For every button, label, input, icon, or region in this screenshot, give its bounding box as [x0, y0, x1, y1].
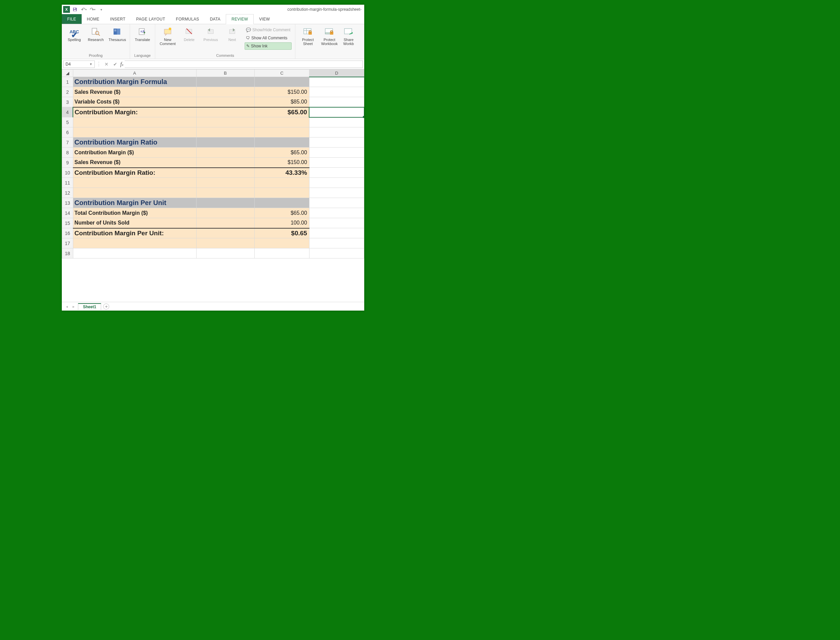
col-header-A[interactable]: A: [73, 70, 196, 77]
show-ink-button[interactable]: ✎ Show Ink: [244, 42, 292, 50]
show-all-comments-button[interactable]: 🗨 Show All Comments: [244, 34, 292, 42]
col-header-B[interactable]: B: [196, 70, 254, 77]
cell-D17[interactable]: [309, 238, 364, 248]
cell-B12[interactable]: [196, 188, 254, 198]
cell-C5[interactable]: [254, 117, 309, 127]
cell-D8[interactable]: [309, 147, 364, 158]
cell-B6[interactable]: [196, 127, 254, 138]
translate-button[interactable]: aあ Translate: [132, 26, 153, 42]
cell-A14[interactable]: Total Contribution Margin ($): [73, 208, 196, 218]
cell-B5[interactable]: [196, 117, 254, 127]
row-header[interactable]: 6: [62, 127, 73, 138]
cell-C12[interactable]: [254, 188, 309, 198]
cell-B1[interactable]: [196, 77, 254, 87]
cell-D16[interactable]: [309, 228, 364, 238]
cell-C9[interactable]: $150.00: [254, 158, 309, 168]
cell-C3[interactable]: $85.00: [254, 97, 309, 107]
delete-comment-button[interactable]: Delete: [179, 26, 200, 42]
cell-D10[interactable]: [309, 168, 364, 178]
cell-A12[interactable]: [73, 188, 196, 198]
add-sheet-button[interactable]: ＋: [103, 304, 109, 310]
cell-D12[interactable]: [309, 188, 364, 198]
research-button[interactable]: Research: [85, 26, 106, 42]
row-header[interactable]: 18: [62, 248, 73, 259]
cell-C2[interactable]: $150.00: [254, 87, 309, 97]
row-header[interactable]: 1: [62, 77, 73, 87]
row-header[interactable]: 4: [62, 107, 73, 117]
row-header[interactable]: 14: [62, 208, 73, 218]
cell-C18[interactable]: [254, 248, 309, 259]
cell-A9[interactable]: Sales Revenue ($): [73, 158, 196, 168]
cell-C17[interactable]: [254, 238, 309, 248]
select-all-corner[interactable]: ◢: [62, 70, 73, 77]
row-header[interactable]: 2: [62, 87, 73, 97]
cell-C6[interactable]: [254, 127, 309, 138]
cell-A15[interactable]: Number of Units Sold: [73, 218, 196, 228]
cell-D9[interactable]: [309, 158, 364, 168]
row-header[interactable]: 5: [62, 117, 73, 127]
redo-button[interactable]: ↷▾: [89, 6, 96, 13]
cell-D1[interactable]: [309, 77, 364, 87]
cell-B2[interactable]: [196, 87, 254, 97]
previous-comment-button[interactable]: Previous: [200, 26, 221, 42]
cell-B15[interactable]: [196, 218, 254, 228]
row-header[interactable]: 13: [62, 198, 73, 208]
cell-A7[interactable]: Contribution Margin Ratio: [73, 138, 196, 147]
cell-B3[interactable]: [196, 97, 254, 107]
tab-home[interactable]: HOME: [81, 14, 105, 24]
cell-A5[interactable]: [73, 117, 196, 127]
cell-B13[interactable]: [196, 198, 254, 208]
thesaurus-button[interactable]: Thesaurus: [107, 26, 128, 42]
cancel-formula-button[interactable]: ✕: [103, 61, 110, 67]
cell-D18[interactable]: [309, 248, 364, 259]
cell-A13[interactable]: Contribution Margin Per Unit: [73, 198, 196, 208]
cell-D15[interactable]: [309, 218, 364, 228]
cell-B11[interactable]: [196, 178, 254, 188]
cell-A1[interactable]: Contribution Margin Formula: [73, 77, 196, 87]
cell-C15[interactable]: 100.00: [254, 218, 309, 228]
new-comment-button[interactable]: New Comment: [157, 26, 178, 46]
cell-C10[interactable]: 43.33%: [254, 168, 309, 178]
col-header-C[interactable]: C: [254, 70, 309, 77]
next-comment-button[interactable]: Next: [222, 26, 243, 42]
share-workbook-button[interactable]: Share Workb: [340, 26, 356, 46]
undo-button[interactable]: ↶▾: [80, 6, 87, 13]
formula-input[interactable]: [125, 61, 363, 68]
tab-page-layout[interactable]: PAGE LAYOUT: [131, 14, 170, 24]
sheet-nav-prev[interactable]: ◂: [64, 304, 69, 310]
cell-C14[interactable]: $65.00: [254, 208, 309, 218]
cell-B7[interactable]: [196, 138, 254, 147]
cell-D6[interactable]: [309, 127, 364, 138]
qat-customize[interactable]: ▾: [97, 6, 105, 13]
cell-D7[interactable]: [309, 138, 364, 147]
protect-sheet-button[interactable]: Protect Sheet: [297, 26, 318, 46]
tab-insert[interactable]: INSERT: [105, 14, 131, 24]
worksheet-grid[interactable]: ◢ A B C D 1Contribution Margin Formula2S…: [62, 69, 364, 302]
cell-D11[interactable]: [309, 178, 364, 188]
spelling-button[interactable]: ABC✔ Spelling: [64, 26, 85, 42]
fx-icon[interactable]: fx: [120, 61, 123, 67]
tab-review[interactable]: REVIEW: [226, 14, 254, 24]
save-button[interactable]: [71, 6, 78, 13]
cell-D5[interactable]: [309, 117, 364, 127]
cell-A17[interactable]: [73, 238, 196, 248]
cell-D13[interactable]: [309, 198, 364, 208]
row-header[interactable]: 12: [62, 188, 73, 198]
tab-view[interactable]: VIEW: [254, 14, 275, 24]
cell-A2[interactable]: Sales Revenue ($): [73, 87, 196, 97]
cell-B8[interactable]: [196, 147, 254, 158]
protect-workbook-button[interactable]: Protect Workbook: [319, 26, 340, 46]
cell-D3[interactable]: [309, 97, 364, 107]
tab-file[interactable]: FILE: [62, 14, 81, 24]
cell-C11[interactable]: [254, 178, 309, 188]
tab-formulas[interactable]: FORMULAS: [171, 14, 204, 24]
cell-D4[interactable]: [309, 107, 364, 117]
cell-C1[interactable]: [254, 77, 309, 87]
cell-A3[interactable]: Variable Costs ($): [73, 97, 196, 107]
enter-formula-button[interactable]: ✔: [112, 61, 119, 67]
cell-D2[interactable]: [309, 87, 364, 97]
cell-C16[interactable]: $0.65: [254, 228, 309, 238]
cell-B10[interactable]: [196, 168, 254, 178]
cell-B16[interactable]: [196, 228, 254, 238]
cell-C13[interactable]: [254, 198, 309, 208]
